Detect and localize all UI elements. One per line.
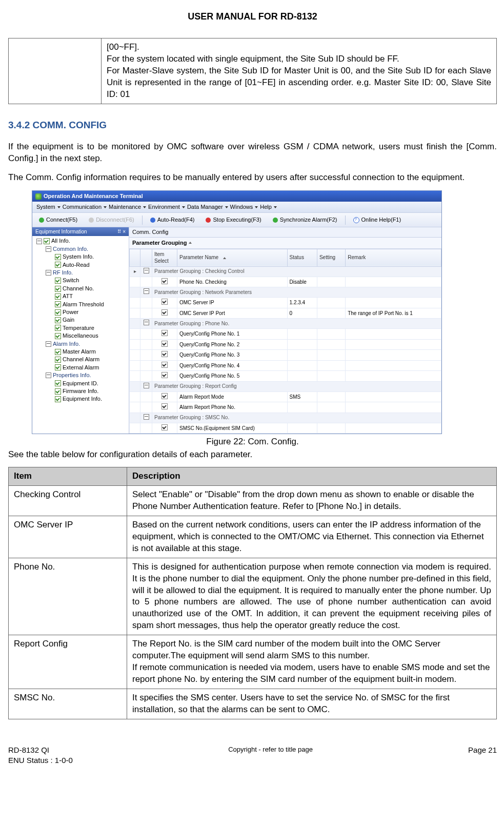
tab-comm-config[interactable]: Comm. Config — [129, 227, 441, 238]
tree-channel-no[interactable]: Channel No. — [34, 285, 127, 292]
col-remark[interactable]: Remark — [346, 249, 441, 266]
figure-22-screenshot: Operation And Maintenance Terminal Syste… — [32, 190, 442, 434]
checkbox-icon[interactable] — [162, 424, 168, 430]
tree-all-info[interactable]: All Info. — [34, 237, 127, 245]
collapse-icon[interactable] — [144, 320, 149, 325]
tree-equipment-info[interactable]: Equipment Info. — [34, 395, 127, 403]
connect-icon — [39, 218, 44, 223]
group-checking-control[interactable]: ▸Parameter Grouping : Checking Control — [130, 266, 441, 277]
refresh-icon — [150, 218, 155, 223]
stop-executing-button[interactable]: Stop Executing(F3) — [202, 214, 265, 225]
menu-data-manager[interactable]: Data Manager — [187, 203, 228, 211]
help-icon — [353, 217, 359, 223]
check-icon — [55, 364, 61, 370]
table-row: OMC Server IP Based on the current netwo… — [9, 516, 497, 558]
toolbar-separator — [345, 215, 346, 225]
menu-windows[interactable]: Windows — [230, 203, 258, 211]
collapse-icon[interactable] — [46, 270, 51, 276]
see-table-below: See the table below for configuration de… — [8, 449, 497, 461]
checkbox-icon[interactable] — [162, 299, 168, 305]
pin-close-icons[interactable]: ⠿ × — [117, 228, 126, 236]
tree-rf-info[interactable]: RF Info. — [34, 269, 127, 277]
tree-channel-alarm[interactable]: Channel Alarm — [34, 356, 127, 363]
row-alarm-report-phone[interactable]: Alarm Report Phone No. — [130, 402, 441, 413]
check-icon — [44, 238, 50, 244]
parameter-grouping-header[interactable]: Parameter Grouping — [129, 238, 441, 249]
footer-copyright: Copyright - refer to title page — [73, 745, 468, 754]
row-phone-no-checking[interactable]: Phone No. CheckingDisable — [130, 277, 441, 287]
tree-temperature[interactable]: Temperature — [34, 324, 127, 332]
connect-button[interactable]: Connect(F5) — [35, 214, 81, 225]
collapse-icon[interactable] — [46, 246, 51, 252]
menu-environment[interactable]: Environment — [148, 203, 185, 211]
checkbox-icon[interactable] — [162, 372, 168, 378]
check-icon — [55, 325, 61, 331]
tree-switch[interactable]: Switch — [34, 277, 127, 284]
row-phone-2[interactable]: Query/Config Phone No. 2 — [130, 339, 441, 350]
checkbox-icon[interactable] — [162, 309, 168, 316]
row-alarm-report-mode[interactable]: Alarm Report ModeSMS — [130, 391, 441, 402]
window-title: Operation And Maintenance Terminal — [44, 192, 143, 200]
group-network-params[interactable]: Parameter Grouping : Network Parameters — [130, 287, 441, 298]
collapse-icon[interactable] — [46, 341, 51, 347]
check-icon — [55, 317, 61, 323]
check-icon — [55, 357, 61, 363]
check-icon — [55, 286, 61, 292]
tree-auto-read[interactable]: Auto-Read — [34, 261, 127, 269]
collapse-icon[interactable] — [144, 268, 149, 273]
row-omc-server-ip[interactable]: OMC Server IP1.2.3.4 — [130, 298, 441, 308]
col-setting[interactable]: Setting — [317, 249, 345, 266]
online-help-button[interactable]: Online Help(F1) — [350, 214, 405, 225]
checkbox-icon[interactable] — [162, 278, 168, 284]
tree-common-info[interactable]: Common Info. — [34, 245, 127, 253]
row-omc-server-port[interactable]: OMC Server IP Port0The range of IP Port … — [130, 308, 441, 319]
row-phone-4[interactable]: Query/Config Phone No. 4 — [130, 360, 441, 371]
tree-alarm-info[interactable]: Alarm Info. — [34, 340, 127, 348]
tree-properties-info[interactable]: Properties Info. — [34, 371, 127, 379]
table-row: Checking Control Select "Enable" or "Dis… — [9, 485, 497, 516]
site-sub-id-table: [00~FF]. For the system located with sin… — [8, 38, 497, 104]
menu-maintenance[interactable]: Maintenance — [109, 203, 146, 211]
row-phone-1[interactable]: Query/Config Phone No. 1 — [130, 329, 441, 340]
check-icon — [55, 254, 61, 260]
check-icon — [55, 309, 61, 316]
menu-system[interactable]: System — [36, 203, 61, 211]
collapse-icon[interactable] — [36, 239, 42, 244]
checkbox-icon[interactable] — [162, 330, 168, 336]
sync-alarm-button[interactable]: Synchronize Alarm(F2) — [269, 214, 341, 225]
auto-read-button[interactable]: Auto-Read(F4) — [147, 214, 198, 225]
col-status[interactable]: Status — [287, 249, 317, 266]
collapse-icon[interactable] — [46, 373, 51, 378]
tree-att[interactable]: ATT — [34, 292, 127, 300]
group-report-config[interactable]: Parameter Grouping : Report Config — [130, 381, 441, 391]
menu-communication[interactable]: Communication — [63, 203, 107, 211]
group-smsc-no[interactable]: Parameter Grouping : SMSC No. — [130, 413, 441, 423]
col-item-select[interactable]: Item Select — [152, 249, 177, 266]
tree-alarm-threshold[interactable]: Alarm Threshold — [34, 301, 127, 308]
checkbox-icon[interactable] — [162, 393, 168, 399]
menu-help[interactable]: Help — [260, 203, 277, 211]
collapse-icon[interactable] — [144, 414, 149, 420]
app-icon — [35, 193, 42, 200]
parameter-grid: Item Select Parameter Name Status Settin… — [129, 249, 441, 434]
checkbox-icon[interactable] — [162, 362, 168, 368]
checkbox-icon[interactable] — [162, 403, 168, 409]
row-phone-5[interactable]: Query/Config Phone No. 5 — [130, 371, 441, 382]
tree-master-alarm[interactable]: Master Alarm — [34, 348, 127, 356]
collapse-icon[interactable] — [144, 288, 149, 294]
checkbox-icon[interactable] — [162, 341, 168, 347]
tree-gain[interactable]: Gain — [34, 316, 127, 324]
tree-equipment-id[interactable]: Equipment ID. — [34, 380, 127, 387]
row-phone-3[interactable]: Query/Config Phone No. 3 — [130, 350, 441, 361]
tree-system-info[interactable]: System Info. — [34, 253, 127, 261]
col-param-name[interactable]: Parameter Name — [177, 249, 288, 266]
collapse-icon[interactable] — [144, 383, 149, 388]
tree-firmware-info[interactable]: Firmware Info. — [34, 387, 127, 395]
tree-misc[interactable]: Miscellaneous — [34, 332, 127, 340]
group-phone-no[interactable]: Parameter Grouping : Phone No. — [130, 319, 441, 329]
row-smsc-no[interactable]: SMSC No.(Equipment SIM Card) — [130, 423, 441, 434]
checkbox-icon[interactable] — [162, 351, 168, 357]
toolbar: Connect(F5) Disconnect(F6) Auto-Read(F4)… — [32, 212, 441, 227]
tree-external-alarm[interactable]: External Alarm — [34, 364, 127, 371]
tree-power[interactable]: Power — [34, 308, 127, 316]
